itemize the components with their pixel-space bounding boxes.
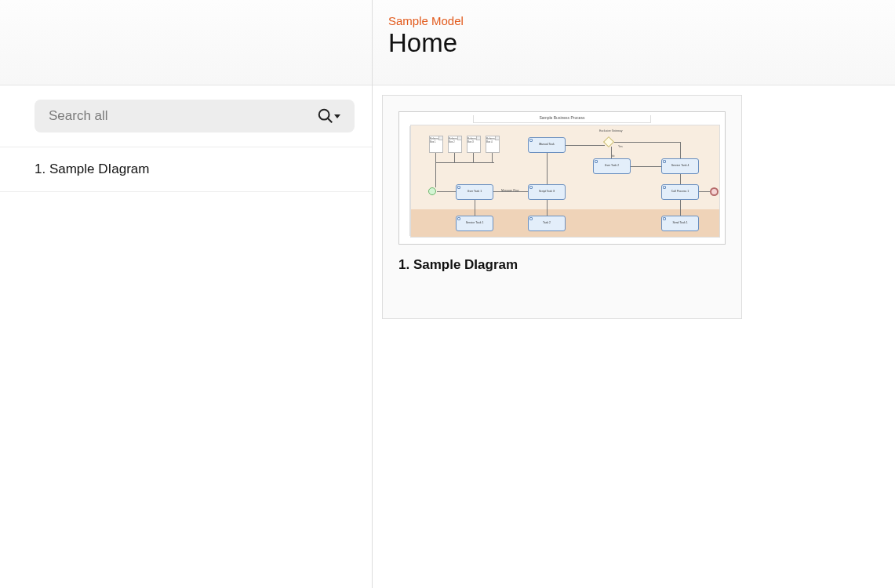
diagram-card[interactable]: Sample Business Process Reference Box 1 …: [382, 95, 742, 319]
bpmn-end-event: [710, 187, 719, 196]
main-content: Sample Business Process Reference Box 1 …: [373, 85, 895, 588]
diagram-preview[interactable]: Sample Business Process Reference Box 1 …: [398, 111, 726, 245]
bpmn-connector: [699, 191, 710, 192]
main-header: Sample Model Home: [373, 0, 895, 85]
bpmn-task-task2b: Task 2: [528, 216, 566, 231]
sidebar-header-spacer: [0, 0, 372, 85]
bpmn-task-send1b: Send Task 1: [661, 216, 699, 231]
svg-line-1: [328, 118, 332, 122]
bpmn-connector: [631, 166, 661, 167]
bpmn-connector: [435, 162, 494, 163]
breadcrumb[interactable]: Sample Model: [388, 14, 879, 27]
sidebar-item-sample-diagram[interactable]: 1. Sample DIagram: [0, 147, 372, 192]
search-icon[interactable]: [317, 107, 340, 125]
card-title: 1. Sample DIagram: [398, 257, 726, 273]
bpmn-connector: [611, 147, 612, 158]
bpmn-edge-yes: Yes: [618, 145, 623, 148]
svg-point-0: [319, 110, 329, 120]
bpmn-task-script3: Script Task 3: [528, 184, 566, 200]
bpmn-connector: [473, 153, 474, 162]
bpmn-data-object-2: Reference Box 2: [448, 136, 462, 153]
main: Sample Model Home Sample Business Proces…: [373, 0, 895, 588]
bpmn-connector: [680, 142, 681, 158]
bpmn-task-manual: Manual Task: [528, 137, 566, 153]
search-box[interactable]: [35, 100, 355, 132]
page-title: Home: [388, 27, 879, 59]
app-container: 1. Sample DIagram Sample Model Home Samp…: [0, 0, 895, 588]
bpmn-pool-label: [404, 126, 410, 236]
bpmn-connector: [680, 174, 681, 184]
sidebar-item-label: 1. Sample DIagram: [35, 162, 149, 176]
bpmn-connector: [547, 200, 548, 216]
search-container: [0, 85, 372, 147]
bpmn-task-service4: Service Task 4: [661, 158, 699, 174]
bpmn-data-object-3: Reference Box 3: [467, 136, 481, 153]
bpmn-stage: Sample Business Process Reference Box 1 …: [402, 115, 722, 241]
bpmn-connector: [475, 200, 475, 216]
bpmn-task-callproc: Call Process 1: [661, 184, 699, 200]
bpmn-connector: [614, 142, 680, 143]
bpmn-connector: [493, 191, 528, 192]
bpmn-preview-title: Sample Business Process: [473, 115, 652, 123]
bpmn-connector: [454, 153, 455, 162]
bpmn-gateway-label: Exclusive Gateway: [599, 129, 623, 132]
bpmn-connector: [680, 200, 681, 216]
bpmn-data-object-1: Reference Box 1: [429, 136, 443, 153]
bpmn-task-user2: User Task 2: [593, 158, 631, 174]
sidebar-list: 1. Sample DIagram: [0, 147, 372, 588]
bpmn-connector: [435, 153, 436, 187]
bpmn-start-event: [428, 187, 436, 195]
bpmn-connector: [437, 191, 456, 192]
bpmn-task-user1: User Task 1: [456, 184, 493, 200]
bpmn-data-object-4: Reference Box 4: [486, 136, 500, 153]
sidebar: 1. Sample DIagram: [0, 0, 373, 588]
search-input[interactable]: [49, 108, 317, 124]
bpmn-connector: [492, 153, 493, 162]
bpmn-connector: [547, 153, 548, 184]
bpmn-task-service1b: Service Task 1: [456, 216, 493, 231]
bpmn-connector: [566, 145, 605, 146]
